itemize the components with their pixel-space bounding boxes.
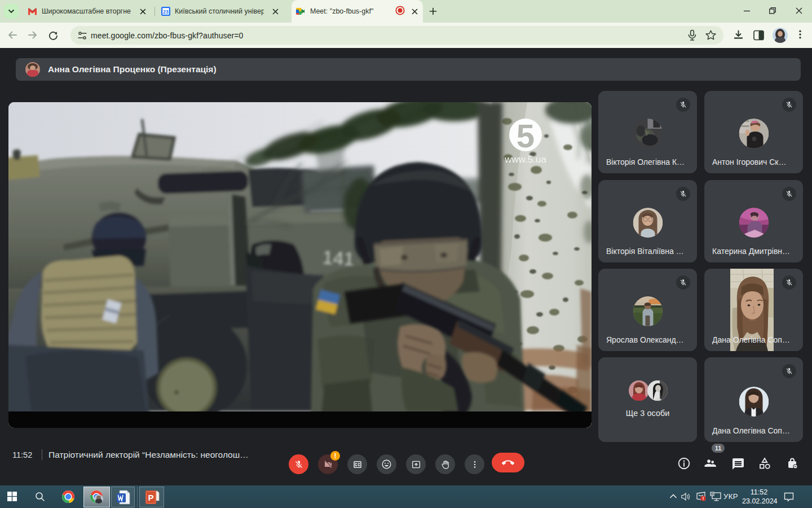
svg-text:23: 23 xyxy=(163,9,169,15)
svg-text:www.5.ua: www.5.ua xyxy=(504,154,546,165)
svg-text:P: P xyxy=(148,493,153,502)
svg-text:141: 141 xyxy=(322,246,355,270)
svg-text:5: 5 xyxy=(517,117,535,154)
